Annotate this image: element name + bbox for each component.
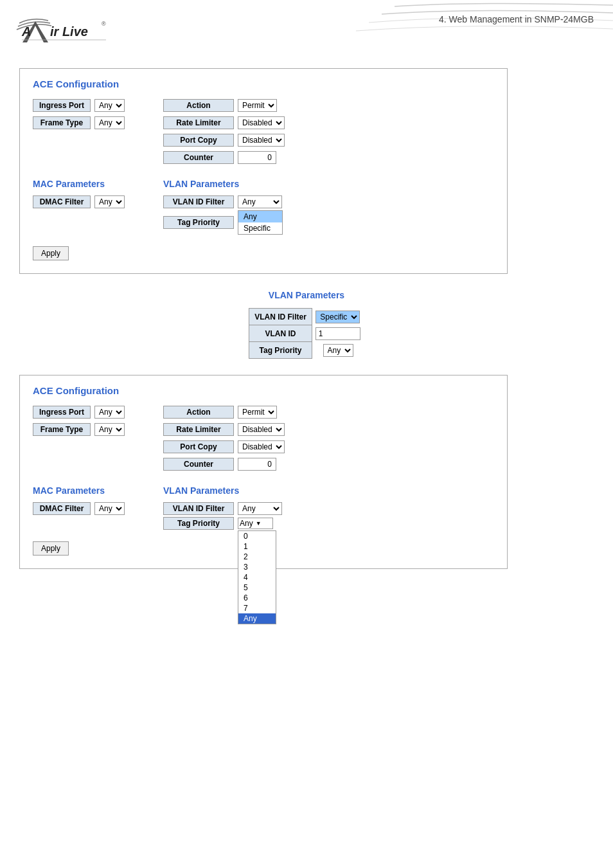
tag-priority-row-1: Tag Priority Any Specific — [163, 210, 283, 235]
tag-priority-standalone-label: Tag Priority — [249, 342, 312, 359]
action-value-2: Permit Deny — [238, 406, 277, 419]
rate-limiter-select-2[interactable]: Disabled — [238, 423, 285, 436]
rate-limiter-label-2: Rate Limiter — [163, 423, 234, 436]
tag-priority-standalone-row: Tag Priority Any — [249, 342, 364, 359]
action-row-2: Action Permit Deny — [163, 406, 285, 419]
tag-priority-dropdown-container-1: Any Specific — [238, 210, 283, 235]
action-value-1: Permit Deny — [238, 99, 277, 112]
counter-label-2: Counter — [163, 458, 234, 471]
tag-option-6[interactable]: 6 — [238, 593, 276, 603]
tag-priority-option-any-1[interactable]: Any — [238, 211, 282, 222]
vlan-id-standalone-row: VLAN ID — [249, 325, 364, 342]
svg-text:ir Live: ir Live — [50, 24, 88, 39]
ingress-port-label-2: Ingress Port — [33, 406, 91, 419]
tag-option-5[interactable]: 5 — [238, 583, 276, 593]
vlan-id-filter-row-1: VLAN ID Filter Any Specific — [163, 195, 283, 208]
tag-option-1[interactable]: 1 — [238, 541, 276, 552]
vlan-params-1: VLAN Parameters VLAN ID Filter Any Speci… — [163, 179, 283, 237]
vlan-id-filter-value-2: Any Specific — [238, 502, 282, 515]
ingress-port-row-2: Ingress Port Any — [33, 406, 125, 419]
frame-type-value-2: Any — [94, 423, 125, 436]
vlan-standalone-table: VLAN ID Filter Specific Any VLAN ID — [249, 308, 364, 359]
counter-value-1: 0 — [238, 151, 276, 164]
rate-limiter-row-2: Rate Limiter Disabled — [163, 423, 285, 436]
tag-option-4[interactable]: 4 — [238, 572, 276, 583]
action-label-2: Action — [163, 406, 234, 419]
frame-type-select-2[interactable]: Any — [94, 423, 125, 436]
action-row-1: Action Permit Deny — [163, 99, 285, 112]
rate-limiter-row-1: Rate Limiter Disabled — [163, 116, 285, 129]
header-curves — [343, 0, 613, 55]
ace-title-2: ACE Configuration — [33, 385, 494, 396]
rate-limiter-value-1: Disabled — [238, 116, 285, 129]
tag-option-any[interactable]: Any — [238, 613, 276, 624]
tag-priority-open-dropdown-1[interactable]: Any Specific — [238, 210, 283, 235]
vlan-id-filter-standalone-label: VLAN ID Filter — [249, 309, 312, 325]
ace-config-box-1: ACE Configuration Ingress Port Any Frame… — [19, 68, 508, 274]
vlan-standalone-box: VLAN Parameters VLAN ID Filter Specific … — [249, 290, 364, 359]
apply-button-1[interactable]: Apply — [33, 246, 69, 260]
port-copy-select-1[interactable]: Disabled — [238, 134, 285, 147]
tag-priority-value-2: Any ▼ 0 1 2 3 4 5 6 7 — [238, 518, 273, 529]
ace-inner-2: Ingress Port Any Frame Type Any — [33, 406, 494, 473]
dmac-filter-select-1[interactable]: Any — [94, 195, 125, 208]
vlan-id-filter-value-1: Any Specific — [238, 195, 282, 208]
frame-type-row-2: Frame Type Any — [33, 423, 125, 436]
action-select-1[interactable]: Permit Deny — [238, 99, 277, 112]
apply-button-2[interactable]: Apply — [33, 541, 69, 556]
action-label-1: Action — [163, 99, 234, 112]
frame-type-value-1: Any — [94, 116, 125, 129]
ace-config-box-2: ACE Configuration Ingress Port Any Frame… — [19, 375, 508, 569]
vlan-params-2: VLAN Parameters VLAN ID Filter Any Speci… — [163, 485, 282, 532]
tag-priority-selected-text-2: Any — [240, 519, 253, 528]
main-content: ACE Configuration Ingress Port Any Frame… — [0, 55, 613, 598]
dmac-filter-select-2[interactable]: Any — [94, 502, 125, 515]
port-copy-select-2[interactable]: Disabled — [238, 440, 285, 453]
ace-sections-2: MAC Parameters DMAC Filter Any VLAN Para… — [33, 485, 494, 532]
tag-priority-option-specific-1[interactable]: Specific — [238, 222, 282, 234]
frame-type-select-1[interactable]: Any — [94, 116, 125, 129]
dmac-filter-value-2: Any — [94, 502, 125, 515]
vlan-id-filter-standalone-select[interactable]: Specific Any — [315, 311, 360, 323]
ace-left-col-2: Ingress Port Any Frame Type Any — [33, 406, 125, 473]
rate-limiter-select-1[interactable]: Disabled — [238, 116, 285, 129]
vlan-id-filter-select-2[interactable]: Any Specific — [238, 502, 282, 515]
vlan-standalone-title: VLAN Parameters — [249, 290, 364, 300]
logo: ir Live A ® — [13, 12, 116, 55]
tag-option-0[interactable]: 0 — [238, 531, 276, 541]
vlan-params-title-2: VLAN Parameters — [163, 485, 282, 496]
vlan-standalone-section: VLAN Parameters VLAN ID Filter Specific … — [19, 290, 594, 359]
tag-option-7[interactable]: 7 — [238, 603, 276, 613]
chevron-down-icon: ▼ — [256, 520, 262, 527]
tag-priority-standalone-select[interactable]: Any — [323, 344, 353, 357]
ingress-port-select-2[interactable]: Any — [94, 406, 125, 419]
vlan-id-standalone-input[interactable] — [315, 327, 360, 340]
mac-params-2: MAC Parameters DMAC Filter Any — [33, 485, 125, 532]
port-copy-row-2: Port Copy Disabled — [163, 440, 285, 453]
tag-priority-row-2: Tag Priority Any ▼ 0 1 2 3 — [163, 517, 282, 530]
dmac-filter-value-1: Any — [94, 195, 125, 208]
dmac-filter-row-1: DMAC Filter Any — [33, 195, 125, 208]
page-header: ir Live A ® 4. Web Management in SNMP-24… — [0, 0, 613, 55]
vlan-id-filter-label-1: VLAN ID Filter — [163, 195, 234, 208]
vlan-id-filter-row-2: VLAN ID Filter Any Specific — [163, 502, 282, 515]
vlan-id-filter-label-2: VLAN ID Filter — [163, 502, 234, 515]
vlan-id-filter-select-1[interactable]: Any Specific — [238, 195, 282, 208]
port-copy-value-1: Disabled — [238, 134, 285, 147]
tag-option-3[interactable]: 3 — [238, 562, 276, 572]
port-copy-value-2: Disabled — [238, 440, 285, 453]
action-select-2[interactable]: Permit Deny — [238, 406, 277, 419]
counter-row-1: Counter 0 — [163, 151, 285, 164]
dmac-filter-label-2: DMAC Filter — [33, 502, 91, 515]
dmac-filter-row-2: DMAC Filter Any — [33, 502, 125, 515]
tag-priority-value-1: Any Specific — [238, 210, 283, 235]
tag-option-2[interactable]: 2 — [238, 552, 276, 562]
tag-priority-label-1: Tag Priority — [163, 216, 234, 229]
vlan-id-standalone-value — [312, 325, 364, 342]
tag-priority-dropdown-2: 0 1 2 3 4 5 6 7 Any — [238, 530, 276, 624]
vlan-id-standalone-label: VLAN ID — [249, 325, 312, 342]
rate-limiter-value-2: Disabled — [238, 423, 285, 436]
ace-title-1: ACE Configuration — [33, 78, 494, 89]
ingress-port-select-1[interactable]: Any — [94, 99, 125, 112]
tag-priority-select-2[interactable]: Any ▼ — [238, 518, 273, 529]
